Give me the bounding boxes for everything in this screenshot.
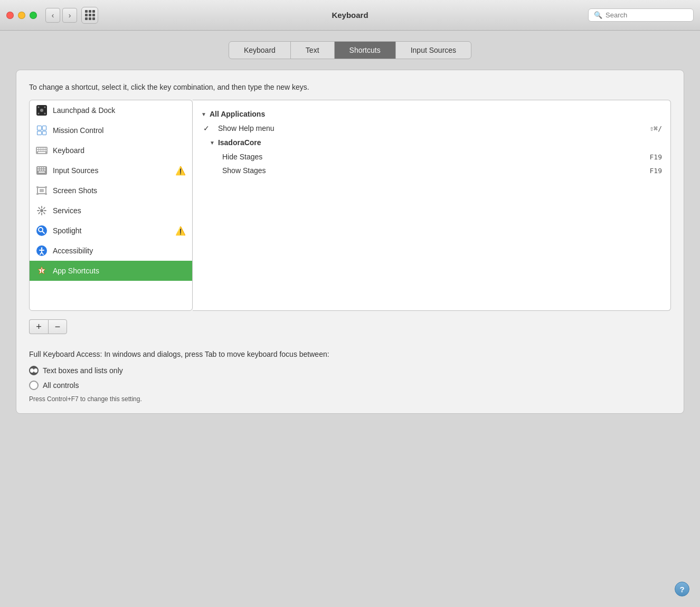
tab-shortcuts[interactable]: Shortcuts xyxy=(335,42,396,59)
window-title: Keyboard xyxy=(332,11,368,20)
svg-rect-31 xyxy=(36,193,39,195)
svg-rect-17 xyxy=(38,152,45,153)
full-keyboard-label: Full Keyboard Access: In windows and dia… xyxy=(29,350,671,358)
keyboard-icon xyxy=(36,145,48,156)
add-remove-buttons: + − xyxy=(29,319,671,334)
shortcut-row-hide-stages[interactable]: Hide Stages F19 xyxy=(193,150,670,164)
shortcuts-area: Launchpad & Dock Mission Control xyxy=(29,100,671,311)
svg-rect-10 xyxy=(43,148,45,149)
sidebar-list: Launchpad & Dock Mission Control xyxy=(29,100,193,311)
tab-input-sources[interactable]: Input Sources xyxy=(396,42,471,59)
svg-rect-29 xyxy=(36,186,39,188)
sidebar-label-screen-shots: Screen Shots xyxy=(53,186,97,195)
check-icon: ✓ xyxy=(203,124,214,132)
svg-rect-21 xyxy=(42,167,43,168)
radio-text-boxes-circle xyxy=(29,366,39,375)
spotlight-icon xyxy=(36,225,48,236)
sidebar-label-keyboard: Keyboard xyxy=(53,146,84,155)
svg-rect-12 xyxy=(37,150,39,151)
svg-rect-16 xyxy=(45,150,46,151)
instruction-text: To change a shortcut, select it, click t… xyxy=(29,83,671,91)
svg-point-1 xyxy=(40,109,43,112)
shortcut-key-show-stages: F19 xyxy=(650,167,662,175)
sidebar-item-services[interactable]: Services xyxy=(30,201,192,221)
sidebar-item-accessibility[interactable]: Accessibility xyxy=(30,241,192,261)
shortcut-name-show-help: Show Help menu xyxy=(218,124,650,132)
svg-point-39 xyxy=(41,248,43,249)
group-all-applications[interactable]: ▼ All Applications xyxy=(193,107,670,121)
close-button[interactable] xyxy=(6,12,14,19)
svg-rect-13 xyxy=(39,150,41,151)
remove-shortcut-button[interactable]: − xyxy=(48,319,67,334)
sidebar-label-services: Services xyxy=(53,206,81,215)
search-icon: 🔍 xyxy=(594,11,602,19)
svg-rect-8 xyxy=(39,148,41,149)
svg-rect-33 xyxy=(40,189,44,192)
radio-all-controls-label: All controls xyxy=(43,381,79,390)
svg-rect-27 xyxy=(39,172,45,173)
group-isadoracore[interactable]: ▼ IsadoraCore xyxy=(193,135,670,150)
sidebar-label-accessibility: Accessibility xyxy=(53,246,93,255)
tabs: Keyboard Text Shortcuts Input Sources xyxy=(229,41,471,59)
help-button[interactable]: ? xyxy=(675,582,689,596)
tab-text[interactable]: Text xyxy=(291,42,335,59)
grid-button[interactable] xyxy=(81,7,98,24)
screen-shots-icon xyxy=(36,185,48,196)
shortcut-row-show-help-menu[interactable]: ✓ Show Help menu ⇧⌘/ xyxy=(193,121,670,135)
sidebar-label-input-sources: Input Sources xyxy=(53,166,98,175)
panel: To change a shortcut, select it, click t… xyxy=(16,70,684,414)
group-label-all-applications: All Applications xyxy=(210,110,265,118)
add-shortcut-button[interactable]: + xyxy=(29,319,48,334)
svg-point-4 xyxy=(38,113,40,115)
svg-point-3 xyxy=(44,107,46,108)
titlebar: ‹ › Keyboard 🔍 xyxy=(0,0,700,31)
forward-button[interactable]: › xyxy=(62,8,77,23)
sidebar-label-mission-control: Mission Control xyxy=(53,126,103,135)
svg-rect-15 xyxy=(43,150,45,151)
triangle-icon-isadora: ▼ xyxy=(210,140,215,146)
sidebar-item-keyboard[interactable]: Keyboard xyxy=(30,140,192,160)
radio-all-controls[interactable]: All controls xyxy=(29,381,671,390)
zoom-button[interactable] xyxy=(30,12,37,19)
app-shortcuts-icon xyxy=(36,265,48,277)
shortcut-name-hide-stages: Hide Stages xyxy=(222,153,650,161)
svg-rect-30 xyxy=(45,186,47,188)
search-input[interactable] xyxy=(606,11,688,19)
svg-rect-9 xyxy=(41,148,43,149)
grid-icon xyxy=(85,10,95,20)
sidebar-item-screen-shots[interactable]: Screen Shots xyxy=(30,181,192,201)
accessibility-icon xyxy=(36,245,48,257)
launchpad-icon xyxy=(36,105,48,116)
sidebar-label-app-shortcuts: App Shortcuts xyxy=(53,267,99,275)
sidebar-item-input-sources[interactable]: Input Sources ⚠️ xyxy=(30,160,192,181)
svg-point-5 xyxy=(44,113,46,115)
sidebar-item-spotlight[interactable]: Spotlight ⚠️ xyxy=(30,221,192,241)
sidebar-item-mission-control[interactable]: Mission Control xyxy=(30,120,192,140)
shortcut-row-show-stages[interactable]: Show Stages F19 xyxy=(193,164,670,177)
minimize-button[interactable] xyxy=(18,12,25,19)
shortcut-key-hide-stages: F19 xyxy=(650,153,662,161)
svg-rect-32 xyxy=(45,193,47,195)
svg-rect-24 xyxy=(40,169,41,170)
svg-rect-26 xyxy=(44,169,45,170)
radio-text-boxes-label: Text boxes and lists only xyxy=(43,366,123,375)
tabs-container: Keyboard Text Shortcuts Input Sources xyxy=(16,41,684,59)
svg-rect-22 xyxy=(44,167,45,168)
radio-text-boxes[interactable]: Text boxes and lists only xyxy=(29,366,671,375)
search-box[interactable]: 🔍 xyxy=(588,8,694,22)
input-sources-warning-icon: ⚠️ xyxy=(175,166,186,176)
group-label-isadoracore: IsadoraCore xyxy=(218,138,261,147)
svg-rect-7 xyxy=(37,148,39,149)
triangle-icon: ▼ xyxy=(201,111,206,117)
svg-rect-19 xyxy=(37,167,39,168)
sidebar-label-launchpad: Launchpad & Dock xyxy=(53,106,115,115)
svg-point-35 xyxy=(36,225,47,236)
shortcuts-content: ▼ All Applications ✓ Show Help menu ⇧⌘/ … xyxy=(193,100,671,311)
traffic-lights xyxy=(6,12,37,19)
input-sources-icon xyxy=(36,165,48,176)
sidebar-item-app-shortcuts[interactable]: App Shortcuts xyxy=(30,261,192,281)
svg-point-2 xyxy=(38,107,40,108)
tab-keyboard[interactable]: Keyboard xyxy=(229,42,291,59)
sidebar-item-launchpad[interactable]: Launchpad & Dock xyxy=(30,100,192,120)
back-button[interactable]: ‹ xyxy=(45,8,60,23)
